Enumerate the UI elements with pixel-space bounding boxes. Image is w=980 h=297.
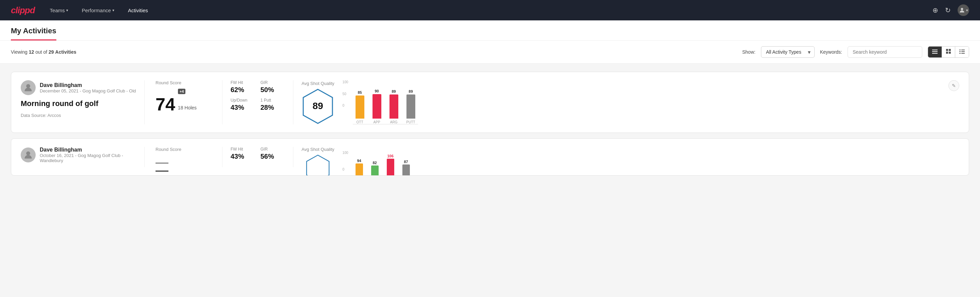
view-btn-list-compact[interactable] (955, 46, 969, 57)
nav-right: ⊕ ↻ ▾ (932, 5, 969, 16)
bar-ott: 85 OTT (356, 90, 364, 124)
stat-updown: Up/Down 43% (231, 98, 255, 112)
stat-gir-label-2: GIR (261, 147, 285, 152)
round-score-section-2: Round Score — (153, 147, 214, 172)
score-badge: +4 (178, 89, 186, 94)
logo[interactable]: clippd (11, 5, 35, 16)
shot-quality-section: Avg Shot Quality 89 100 50 0 (302, 80, 940, 125)
stat-fw-hit: FW Hit 62% (231, 80, 255, 94)
hexagon-wrapper: 89 (302, 89, 334, 124)
bar-app-label: APP (374, 120, 380, 124)
stat-gir: GIR 50% (261, 80, 285, 94)
bar-arg-value-2: 106 (387, 154, 393, 158)
stat-1putt: 1 Putt 28% (261, 98, 285, 112)
hexagon-wrapper-2 (302, 155, 334, 176)
nav-item-performance[interactable]: Performance ▾ (81, 0, 116, 21)
holes-text: 18 Holes (178, 105, 197, 110)
activity-card: Dave Billingham December 05, 2021 - Gog … (11, 72, 969, 133)
user-avatar[interactable]: ▾ (958, 5, 969, 16)
bar-chart-2: 100 0 94 82 106 (343, 151, 959, 176)
y-label-100: 100 (343, 80, 348, 84)
bar-putt-label: PUTT (406, 120, 415, 124)
stat-gir-value: 50% (261, 86, 285, 94)
nav-item-activities[interactable]: Activities (127, 0, 150, 21)
stat-gir-value-2: 56% (261, 153, 285, 160)
stats-section: FW Hit 62% GIR 50% Up/Down 43% 1 Putt 28… (231, 80, 285, 112)
svg-text:89: 89 (313, 101, 323, 111)
round-score-label-2: Round Score (156, 147, 211, 152)
stat-fw-hit-2: FW Hit 43% (231, 147, 255, 160)
view-btn-list-wide[interactable] (928, 46, 942, 57)
navbar: clippd Teams ▾ Performance ▾ Activities … (0, 0, 980, 21)
score-number-2: — (156, 155, 169, 172)
svg-rect-13 (961, 53, 965, 54)
stat-updown-label: Up/Down (231, 98, 255, 103)
shot-quality-label: Avg Shot Quality (302, 81, 334, 86)
viewing-label: Activities (55, 49, 76, 55)
bar-ott-label: OTT (356, 120, 363, 124)
stats-section-2: FW Hit 43% GIR 56% (231, 147, 285, 160)
search-input[interactable] (848, 46, 922, 58)
svg-marker-18 (307, 155, 329, 176)
shot-quality-hex-2 (306, 155, 330, 176)
bar-ott-value-2: 94 (357, 159, 361, 163)
user-row-2: Dave Billingham October 16, 2021 - Gog M… (21, 147, 136, 163)
stat-fw-hit-value: 62% (231, 86, 255, 94)
edit-button[interactable]: ✎ (948, 80, 959, 91)
nav-chevron-performance: ▾ (112, 8, 115, 13)
bar-app-2: 82 (371, 161, 379, 176)
svg-rect-5 (949, 49, 951, 51)
score-number: 74 (156, 96, 175, 113)
viewing-info: Viewing 12 out of 29 Activities (11, 49, 76, 55)
card-divider-4 (144, 147, 145, 167)
activity-type-select[interactable]: All Activity Types (761, 46, 815, 58)
view-btn-grid[interactable] (942, 46, 955, 57)
bar-app: 90 APP (372, 89, 381, 124)
activities-list: Dave Billingham December 05, 2021 - Gog … (0, 64, 980, 184)
refresh-icon[interactable]: ↻ (945, 6, 951, 14)
round-score-label: Round Score (156, 80, 211, 85)
svg-rect-4 (946, 49, 948, 51)
bar-app-fill (372, 94, 381, 118)
viewing-count: 12 (29, 49, 34, 55)
bar-arg-value: 89 (391, 89, 396, 93)
svg-rect-2 (932, 51, 937, 52)
svg-rect-1 (932, 50, 937, 50)
stat-1putt-value: 28% (261, 104, 285, 112)
nav-item-teams[interactable]: Teams ▾ (49, 0, 70, 21)
user-row: Dave Billingham December 05, 2021 - Gog … (21, 80, 136, 95)
svg-rect-12 (959, 53, 961, 54)
bar-ott-value: 85 (358, 90, 362, 94)
bar-arg: 89 ARG (390, 89, 398, 124)
svg-point-14 (26, 84, 30, 88)
data-source: Data Source: Arccos (21, 113, 136, 118)
y-label-0-2: 0 (343, 168, 348, 171)
add-icon[interactable]: ⊕ (932, 6, 938, 14)
activity-card-2: Dave Billingham October 16, 2021 - Gog M… (11, 138, 969, 176)
avatar (21, 80, 36, 95)
y-label-0: 0 (343, 104, 348, 107)
shot-quality-hex: 89 (302, 89, 333, 124)
bar-putt-value: 89 (409, 89, 413, 93)
svg-rect-3 (932, 53, 937, 54)
nav-label-teams: Teams (50, 8, 65, 13)
card-divider-3 (293, 80, 293, 125)
avatar-2 (21, 147, 36, 163)
svg-rect-11 (961, 51, 965, 52)
svg-point-0 (961, 8, 963, 10)
bar-arg-label: ARG (390, 120, 398, 124)
shot-quality-section-2: Avg Shot Quality 100 0 94 (302, 147, 959, 176)
y-label-100-2: 100 (343, 151, 348, 155)
bar-app-value: 90 (375, 89, 379, 93)
page-header: My Activities (0, 21, 980, 41)
view-toggle (928, 46, 969, 58)
stat-fw-hit-label: FW Hit (231, 80, 255, 85)
score-main-2: — (156, 155, 211, 172)
bar-ott-2: 94 (356, 159, 363, 176)
page-title: My Activities (11, 21, 56, 40)
nav-label-activities: Activities (128, 8, 148, 13)
svg-rect-7 (949, 52, 951, 54)
bar-arg-fill (390, 94, 398, 118)
bar-ott-fill (356, 96, 364, 118)
bar-arg-2: 106 (387, 154, 394, 176)
